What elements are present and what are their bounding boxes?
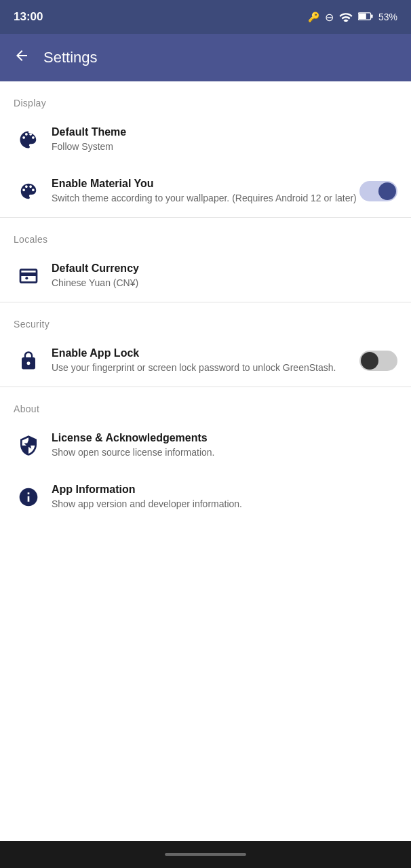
license-subtitle: Show open source license information. [52,446,397,460]
app-info-subtitle: Show app version and developer informati… [52,498,397,511]
currency-subtitle: Chinese Yuan (CN¥) [52,277,397,290]
currency-text: Default Currency Chinese Yuan (CN¥) [52,262,397,290]
section-display-label: Display [0,81,411,114]
setting-default-currency[interactable]: Default Currency Chinese Yuan (CN¥) [0,250,411,302]
app-lock-text: Enable App Lock Use your fingerprint or … [52,347,359,375]
app-info-title: App Information [52,484,397,496]
wifi-icon [339,11,353,24]
star-shield-icon [14,431,43,460]
toggle-knob [378,182,396,200]
default-theme-text: Default Theme Follow System [52,126,397,154]
currency-title: Default Currency [52,262,397,275]
material-you-toggle[interactable] [359,181,397,201]
currency-icon [14,261,43,291]
status-time: 13:00 [14,10,43,24]
svg-point-3 [25,277,28,279]
info-icon [14,482,43,512]
section-security: Security Enable App Lock Use your finger… [0,302,411,387]
license-title: License & Acknowledgements [52,432,397,444]
section-locales-label: Locales [0,218,411,250]
svg-rect-2 [359,13,366,18]
svg-rect-1 [371,14,373,18]
section-about-label: About [0,387,411,420]
section-about: About License & Acknowledgements Show op… [0,387,411,523]
home-indicator [165,853,246,856]
app-info-text: App Information Show app version and dev… [52,484,397,511]
key-icon: 🔑 [308,12,319,22]
battery-icon [358,12,373,23]
back-button[interactable] [14,47,30,68]
setting-app-lock[interactable]: Enable App Lock Use your fingerprint or … [0,335,411,387]
material-you-text: Enable Material You Switch theme accordi… [52,178,359,205]
app-lock-subtitle: Use your fingerprint or screen lock pass… [52,361,359,375]
setting-material-you[interactable]: Enable Material You Switch theme accordi… [0,165,411,217]
default-theme-subtitle: Follow System [52,140,397,154]
bottom-nav-bar [0,841,411,868]
setting-app-info[interactable]: App Information Show app version and dev… [0,471,411,523]
dnd-icon: ⊖ [325,11,334,24]
app-header: Settings [0,34,411,81]
section-locales: Locales Default Currency Chinese Yuan (C… [0,218,411,302]
toggle-knob-lock [361,352,378,370]
material-you-title: Enable Material You [52,178,359,190]
lock-icon [14,346,43,376]
theme-icon [14,125,43,155]
setting-license[interactable]: License & Acknowledgements Show open sou… [0,420,411,471]
app-lock-toggle[interactable] [359,351,397,371]
setting-default-theme[interactable]: Default Theme Follow System [0,114,411,165]
app-lock-title: Enable App Lock [52,347,359,359]
section-security-label: Security [0,302,411,335]
status-icons: 🔑 ⊖ 53% [308,11,397,24]
palette-icon [14,176,43,206]
battery-percent: 53% [378,12,397,22]
status-bar: 13:00 🔑 ⊖ 53% [0,0,411,34]
license-text: License & Acknowledgements Show open sou… [52,432,397,460]
page-title: Settings [43,49,98,66]
settings-content: Display Default Theme Follow System Enab… [0,81,411,841]
material-you-subtitle: Switch theme according to your wallpaper… [52,192,359,205]
default-theme-title: Default Theme [52,126,397,138]
section-display: Display Default Theme Follow System Enab… [0,81,411,217]
